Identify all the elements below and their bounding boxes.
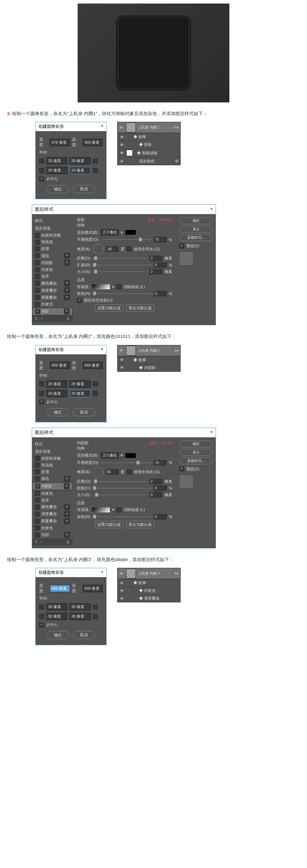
center-checkbox[interactable] (39, 623, 44, 628)
link-checkbox[interactable] (39, 391, 44, 396)
close-icon[interactable]: × (210, 206, 213, 213)
style-item[interactable]: 颜色叠加+ (32, 504, 73, 511)
ok-button[interactable]: 确定 (179, 440, 213, 447)
style-checkbox[interactable] (35, 309, 40, 314)
anti-checkbox[interactable] (116, 284, 121, 289)
style-checkbox[interactable] (35, 498, 40, 503)
style-checkbox[interactable] (35, 240, 40, 245)
height-input[interactable]: 468 像素 (83, 139, 103, 146)
style-checkbox[interactable] (35, 267, 40, 272)
style-checkbox[interactable] (35, 456, 40, 461)
preview-checkbox[interactable] (179, 244, 184, 249)
reset-button[interactable]: 复位为默认值 (126, 521, 154, 528)
new-style-button[interactable]: 新建样式... (179, 234, 213, 241)
spread-input[interactable]: 0 (154, 262, 167, 268)
add-style-icon[interactable]: + (64, 260, 70, 266)
trash-icon[interactable]: 🗑 (66, 317, 70, 321)
link-checkbox[interactable] (39, 614, 44, 619)
visibility-icon[interactable]: 👁 (119, 151, 124, 155)
center-checkbox[interactable] (39, 177, 44, 182)
style-checkbox[interactable] (35, 281, 40, 286)
color-swatch[interactable] (125, 453, 136, 458)
style-checkbox[interactable] (35, 491, 40, 496)
visibility-icon[interactable]: 👁 (119, 572, 124, 576)
style-item[interactable]: 图案叠加+ (32, 518, 73, 525)
cancel-button[interactable]: 取消 (73, 631, 95, 639)
new-style-button[interactable]: 新建样式... (179, 457, 213, 464)
width-input[interactable]: 448 像素 (50, 585, 70, 592)
style-checkbox[interactable] (35, 512, 40, 517)
ok-button[interactable]: 确定 (47, 185, 69, 193)
noise-input[interactable]: 0 (154, 291, 167, 296)
add-style-icon[interactable]: + (64, 476, 70, 482)
visibility-icon[interactable]: 👁 (119, 581, 124, 585)
reset-button[interactable]: 复位 (179, 449, 213, 456)
ok-button[interactable]: 确定 (179, 217, 213, 224)
r1-input[interactable]: 28 像素 (46, 380, 67, 388)
visibility-icon[interactable]: 👁 (119, 159, 124, 164)
style-item[interactable]: 投影+ (32, 531, 73, 539)
layer-row[interactable]: 👁上机身 内圈 3fx▾ (117, 568, 181, 579)
spread-slider[interactable] (93, 265, 152, 265)
reset-button[interactable]: 复位为默认值 (126, 304, 154, 312)
r4-input[interactable]: 28 像素 (70, 390, 91, 397)
style-item[interactable]: 斜面和浮雕 (32, 455, 73, 462)
style-checkbox[interactable] (35, 253, 40, 258)
choke-input[interactable]: 0 (154, 486, 167, 491)
r2-input[interactable]: 28 像素 (70, 157, 91, 165)
size-slider[interactable] (93, 495, 148, 495)
color-swatch[interactable] (125, 230, 136, 235)
r1-input[interactable]: 28 像素 (46, 157, 67, 165)
ok-button[interactable]: 确定 (47, 631, 69, 639)
noise-slider[interactable] (93, 293, 152, 294)
knock-checkbox[interactable] (77, 298, 82, 303)
anti-checkbox[interactable] (116, 507, 121, 512)
style-item[interactable]: 纹理 (32, 245, 73, 252)
add-style-icon[interactable]: + (64, 504, 70, 510)
global-checkbox[interactable] (127, 246, 132, 251)
noise-slider[interactable] (93, 517, 152, 517)
style-item[interactable]: 斜面和浮雕 (32, 232, 73, 239)
layer-effect[interactable]: 👁◆ 渐变叠加 (117, 595, 181, 602)
reset-button[interactable]: 复位 (179, 226, 213, 233)
link-checkbox[interactable] (93, 381, 98, 386)
style-checkbox[interactable] (35, 533, 40, 537)
height-input[interactable]: 446 像素 (83, 362, 103, 369)
r1-input[interactable]: 30 像素 (46, 603, 67, 611)
style-checkbox[interactable] (35, 233, 40, 238)
visibility-icon[interactable]: 👁 (119, 596, 124, 601)
style-checkbox[interactable] (35, 260, 40, 265)
style-item[interactable]: 内发光 (32, 266, 73, 273)
style-item[interactable]: 内发光 (32, 490, 73, 497)
dist-slider[interactable] (93, 258, 148, 258)
angle-input[interactable]: -90 (106, 246, 119, 252)
contour-picker[interactable] (92, 507, 110, 513)
options-header[interactable]: 混合选项 (32, 448, 73, 455)
layer-row[interactable]: 👁上机身 内圈 2fx▾ (117, 345, 181, 356)
angle-dial[interactable] (93, 467, 104, 477)
dist-slider[interactable] (93, 481, 148, 482)
style-item[interactable]: 纹理 (32, 469, 73, 475)
style-item[interactable]: 投影+ (32, 308, 73, 315)
close-icon[interactable]: × (210, 429, 213, 436)
add-style-icon[interactable]: + (64, 518, 70, 524)
opacity-input[interactable]: 70 (154, 460, 167, 465)
preview-checkbox[interactable] (179, 466, 184, 471)
link-checkbox[interactable] (39, 159, 44, 164)
style-item[interactable]: 图案叠加+ (32, 294, 73, 301)
style-item[interactable]: 等高线 (32, 462, 73, 469)
style-item[interactable]: 颜色叠加+ (32, 280, 73, 287)
style-checkbox[interactable] (35, 469, 40, 474)
close-icon[interactable]: × (101, 570, 103, 576)
add-style-icon[interactable]: + (64, 295, 70, 300)
ok-button[interactable]: 确定 (47, 408, 69, 416)
style-checkbox[interactable] (35, 476, 40, 481)
visibility-icon[interactable]: 👁 (119, 358, 124, 362)
contour-picker[interactable] (92, 284, 110, 290)
style-checkbox[interactable] (35, 246, 40, 251)
style-checkbox[interactable] (35, 505, 40, 510)
visibility-icon[interactable]: 👁 (119, 589, 124, 593)
dist-input[interactable]: 2 (150, 256, 162, 261)
default-button[interactable]: 设置为默认值 (95, 521, 123, 528)
size-input[interactable]: 9 (150, 492, 162, 498)
